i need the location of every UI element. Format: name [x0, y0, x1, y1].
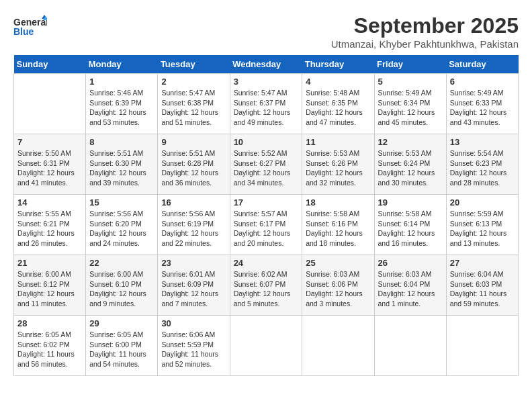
calendar-cell-w4-d4: 24Sunrise: 6:02 AMSunset: 6:07 PMDayligh… [230, 255, 302, 316]
day-number: 21 [17, 258, 82, 268]
day-number: 26 [378, 258, 443, 268]
day-number: 4 [306, 77, 370, 87]
calendar-cell-w4-d5: 25Sunrise: 6:03 AMSunset: 6:06 PMDayligh… [302, 255, 374, 316]
calendar-cell-w4-d1: 21Sunrise: 6:00 AMSunset: 6:12 PMDayligh… [14, 255, 86, 316]
calendar-cell-w2-d1: 7Sunrise: 5:50 AMSunset: 6:31 PMDaylight… [14, 134, 86, 195]
day-number: 7 [17, 137, 82, 147]
calendar-cell-w4-d6: 26Sunrise: 6:03 AMSunset: 6:04 PMDayligh… [374, 255, 446, 316]
day-number: 18 [306, 197, 370, 208]
week-row-1: 1Sunrise: 5:46 AMSunset: 6:39 PMDaylight… [14, 74, 519, 134]
day-number: 15 [89, 197, 154, 208]
day-info: Sunrise: 5:52 AMSunset: 6:27 PMDaylight:… [234, 148, 299, 188]
day-info: Sunrise: 5:56 AMSunset: 6:20 PMDaylight:… [89, 209, 154, 248]
calendar-cell-w3-d4: 17Sunrise: 5:57 AMSunset: 6:17 PMDayligh… [230, 195, 302, 255]
calendar-cell-w2-d7: 13Sunrise: 5:54 AMSunset: 6:23 PMDayligh… [446, 134, 518, 195]
day-info: Sunrise: 5:53 AMSunset: 6:24 PMDaylight:… [378, 148, 443, 188]
svg-text:Blue: Blue [13, 26, 34, 37]
calendar-cell-w3-d6: 19Sunrise: 5:58 AMSunset: 6:14 PMDayligh… [374, 195, 446, 255]
day-info: Sunrise: 5:48 AMSunset: 6:35 PMDaylight:… [306, 88, 370, 128]
calendar-cell-w2-d3: 9Sunrise: 5:51 AMSunset: 6:28 PMDaylight… [158, 134, 230, 195]
col-sunday: Sunday [14, 55, 86, 74]
calendar-cell-w2-d5: 11Sunrise: 5:53 AMSunset: 6:26 PMDayligh… [302, 134, 374, 195]
calendar-cell-w3-d1: 14Sunrise: 5:55 AMSunset: 6:21 PMDayligh… [14, 195, 86, 255]
day-info: Sunrise: 5:49 AMSunset: 6:34 PMDaylight:… [378, 88, 443, 128]
col-tuesday: Tuesday [158, 55, 230, 74]
col-friday: Friday [374, 55, 446, 74]
day-info: Sunrise: 6:06 AMSunset: 5:59 PMDaylight:… [161, 330, 226, 369]
day-number: 12 [378, 137, 443, 147]
day-info: Sunrise: 5:56 AMSunset: 6:19 PMDaylight:… [161, 209, 226, 248]
calendar-cell-w1-d3: 2Sunrise: 5:47 AMSunset: 6:38 PMDaylight… [158, 74, 230, 134]
calendar-cell-w5-d3: 30Sunrise: 6:06 AMSunset: 5:59 PMDayligh… [158, 316, 230, 376]
calendar-cell-w3-d5: 18Sunrise: 5:58 AMSunset: 6:16 PMDayligh… [302, 195, 374, 255]
day-number: 29 [89, 318, 154, 328]
calendar-cell-w3-d3: 16Sunrise: 5:56 AMSunset: 6:19 PMDayligh… [158, 195, 230, 255]
day-info: Sunrise: 6:00 AMSunset: 6:12 PMDaylight:… [17, 269, 82, 309]
day-number: 27 [450, 258, 515, 268]
day-info: Sunrise: 6:01 AMSunset: 6:09 PMDaylight:… [161, 269, 226, 309]
day-info: Sunrise: 6:05 AMSunset: 6:00 PMDaylight:… [89, 330, 154, 369]
day-info: Sunrise: 5:51 AMSunset: 6:30 PMDaylight:… [89, 148, 154, 188]
logo-icon: General Blue [13, 13, 47, 40]
calendar-cell-w1-d2: 1Sunrise: 5:46 AMSunset: 6:39 PMDaylight… [86, 74, 158, 134]
logo: General Blue [13, 13, 47, 43]
day-info: Sunrise: 5:46 AMSunset: 6:39 PMDaylight:… [89, 88, 154, 128]
day-number: 6 [450, 77, 515, 87]
day-number: 17 [234, 197, 299, 208]
day-info: Sunrise: 5:57 AMSunset: 6:17 PMDaylight:… [234, 209, 299, 248]
calendar-cell-w2-d2: 8Sunrise: 5:51 AMSunset: 6:30 PMDaylight… [86, 134, 158, 195]
calendar-cell-w2-d4: 10Sunrise: 5:52 AMSunset: 6:27 PMDayligh… [230, 134, 302, 195]
day-number: 2 [161, 77, 226, 87]
day-info: Sunrise: 5:55 AMSunset: 6:21 PMDaylight:… [17, 209, 82, 248]
day-info: Sunrise: 5:58 AMSunset: 6:14 PMDaylight:… [378, 209, 443, 248]
day-number: 25 [306, 258, 370, 268]
day-info: Sunrise: 5:54 AMSunset: 6:23 PMDaylight:… [450, 148, 515, 188]
calendar-table: Sunday Monday Tuesday Wednesday Thursday… [13, 55, 519, 376]
day-number: 9 [161, 137, 226, 147]
calendar-cell-w5-d7 [446, 316, 518, 376]
calendar-cell-w2-d6: 12Sunrise: 5:53 AMSunset: 6:24 PMDayligh… [374, 134, 446, 195]
day-number: 30 [161, 318, 226, 328]
calendar-cell-w1-d5: 4Sunrise: 5:48 AMSunset: 6:35 PMDaylight… [302, 74, 374, 134]
day-info: Sunrise: 5:47 AMSunset: 6:38 PMDaylight:… [161, 88, 226, 128]
page-header: General Blue September 2025 Utmanzai, Kh… [13, 13, 519, 50]
day-number: 22 [89, 258, 154, 268]
day-info: Sunrise: 5:53 AMSunset: 6:26 PMDaylight:… [306, 148, 370, 188]
day-number: 16 [161, 197, 226, 208]
col-saturday: Saturday [446, 55, 518, 74]
week-row-2: 7Sunrise: 5:50 AMSunset: 6:31 PMDaylight… [14, 134, 519, 195]
day-number: 14 [17, 197, 82, 208]
day-info: Sunrise: 5:47 AMSunset: 6:37 PMDaylight:… [234, 88, 299, 128]
calendar-cell-w4-d3: 23Sunrise: 6:01 AMSunset: 6:09 PMDayligh… [158, 255, 230, 316]
day-number: 11 [306, 137, 370, 147]
month-title: September 2025 [331, 13, 519, 38]
calendar-cell-w1-d1 [14, 74, 86, 134]
day-info: Sunrise: 6:00 AMSunset: 6:10 PMDaylight:… [89, 269, 154, 309]
col-thursday: Thursday [302, 55, 374, 74]
calendar-cell-w5-d5 [302, 316, 374, 376]
day-info: Sunrise: 6:02 AMSunset: 6:07 PMDaylight:… [234, 269, 299, 309]
day-info: Sunrise: 6:03 AMSunset: 6:04 PMDaylight:… [378, 269, 443, 309]
day-number: 10 [234, 137, 299, 147]
day-info: Sunrise: 5:49 AMSunset: 6:33 PMDaylight:… [450, 88, 515, 128]
day-number: 5 [378, 77, 443, 87]
calendar-cell-w4-d2: 22Sunrise: 6:00 AMSunset: 6:10 PMDayligh… [86, 255, 158, 316]
calendar-cell-w5-d4 [230, 316, 302, 376]
day-info: Sunrise: 6:03 AMSunset: 6:06 PMDaylight:… [306, 269, 370, 309]
day-number: 28 [17, 318, 82, 328]
day-number: 13 [450, 137, 515, 147]
day-number: 19 [378, 197, 443, 208]
day-number: 8 [89, 137, 154, 147]
calendar-cell-w1-d4: 3Sunrise: 5:47 AMSunset: 6:37 PMDaylight… [230, 74, 302, 134]
day-number: 1 [89, 77, 154, 87]
day-info: Sunrise: 5:50 AMSunset: 6:31 PMDaylight:… [17, 148, 82, 188]
day-number: 3 [234, 77, 299, 87]
week-row-3: 14Sunrise: 5:55 AMSunset: 6:21 PMDayligh… [14, 195, 519, 255]
calendar-cell-w5-d1: 28Sunrise: 6:05 AMSunset: 6:02 PMDayligh… [14, 316, 86, 376]
day-info: Sunrise: 6:04 AMSunset: 6:03 PMDaylight:… [450, 269, 515, 309]
location-subtitle: Utmanzai, Khyber Pakhtunkhwa, Pakistan [331, 38, 519, 50]
title-block: September 2025 Utmanzai, Khyber Pakhtunk… [331, 13, 519, 50]
calendar-cell-w4-d7: 27Sunrise: 6:04 AMSunset: 6:03 PMDayligh… [446, 255, 518, 316]
week-row-5: 28Sunrise: 6:05 AMSunset: 6:02 PMDayligh… [14, 316, 519, 376]
day-number: 23 [161, 258, 226, 268]
